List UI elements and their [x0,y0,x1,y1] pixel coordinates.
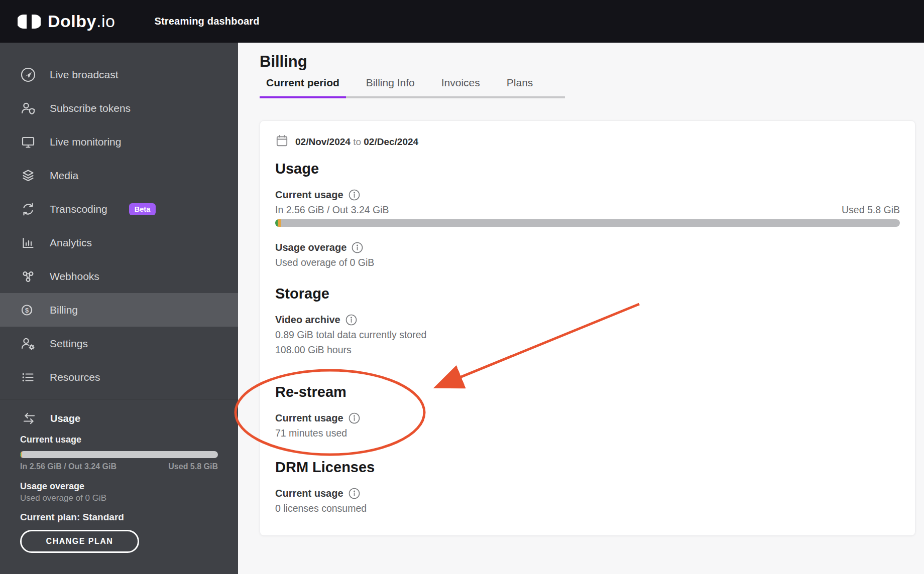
sidebar-item-subscribe-tokens[interactable]: Subscribe tokens [0,91,238,125]
transcode-icon [20,201,36,217]
info-icon[interactable] [349,189,360,201]
sidebar-overage-label: Usage overage [20,481,218,492]
sidebar-item-resources[interactable]: Resources [0,360,238,394]
sidebar-item-label: Settings [50,338,88,350]
current-plan-label: Current plan: Standard [20,512,218,523]
sidebar-item-label: Transcoding [50,203,107,215]
sidebar-usage-progressbar [20,451,218,458]
sidebar-item-live-broadcast[interactable]: Live broadcast [0,58,238,91]
sidebar-item-analytics[interactable]: Analytics [0,226,238,259]
user-gear-icon [20,336,36,352]
drm-section-heading: DRM Licenses [275,459,900,476]
usage-in-out-value: In 2.56 GiB / Out 3.24 GiB [275,204,389,216]
period-start: 02/Nov/2024 [295,136,351,147]
sidebar: Live broadcast Subscribe tokens Live mon… [0,43,238,574]
svg-text:$: $ [25,307,29,314]
sidebar-usage-panel: Usage Current usage In 2.56 GiB / Out 3.… [0,399,238,553]
main-content: Billing Current periodBilling InfoInvoic… [238,43,924,574]
restream-usage-value: 71 minutes used [275,427,900,439]
billing-tabs: Current periodBilling InfoInvoicesPlans [260,77,565,98]
usage-overage-label: Usage overage [275,242,346,253]
sidebar-item-webhooks[interactable]: Webhooks [0,259,238,293]
page-title: Billing [260,53,924,71]
tab-current-period[interactable]: Current period [260,77,346,98]
bar-chart-icon [20,235,36,251]
broadcast-icon [20,67,36,83]
storage-hours-value: 108.00 GiB hours [275,344,900,356]
current-usage-label: Current usage [275,189,343,201]
sidebar-item-transcoding[interactable]: Transcoding Beta [0,192,238,226]
beta-badge: Beta [129,203,156,215]
sidebar-in-out-value: In 2.56 GiB / Out 3.24 GiB [20,462,117,471]
tab-invoices[interactable]: Invoices [435,77,487,98]
dolby-logo-icon [18,14,41,29]
info-icon[interactable] [349,412,360,424]
storage-stored-value: 0.89 GiB total data currently stored [275,329,900,341]
sidebar-item-billing[interactable]: $ Billing [0,293,238,327]
sidebar-item-label: Webhooks [50,270,99,282]
sidebar-item-label: Live monitoring [50,136,121,148]
usage-section-heading: Usage [275,161,900,177]
restream-usage-label: Current usage [275,412,343,424]
usage-used-value: Used 5.8 GiB [842,204,900,216]
restream-section-heading: Re-stream [275,384,900,400]
info-icon[interactable] [345,314,357,326]
usage-progressbar [275,219,900,227]
sidebar-item-media[interactable]: Media [0,159,238,192]
calendar-icon [275,134,289,150]
swap-arrows-icon [21,410,37,426]
tab-plans[interactable]: Plans [500,77,540,98]
sidebar-current-usage-label: Current usage [20,435,218,445]
period-separator: to [353,136,361,147]
sidebar-item-label: Media [50,170,78,182]
sidebar-usage-title: Usage [50,413,80,424]
dolby-brand: Dolby.io [18,12,115,31]
sidebar-overage-value: Used overage of 0 GiB [20,493,218,503]
bar-segment-out [278,219,281,227]
tab-billing-info[interactable]: Billing Info [360,77,421,98]
usage-overage-value: Used overage of 0 GiB [275,257,900,268]
sidebar-item-label: Billing [50,304,78,316]
period-end: 02/Dec/2024 [364,136,418,147]
info-icon[interactable] [352,242,363,253]
webhook-icon [20,268,36,284]
sidebar-item-live-monitoring[interactable]: Live monitoring [0,125,238,159]
video-archive-label: Video archive [275,314,340,326]
sidebar-item-label: Subscribe tokens [50,102,131,114]
list-icon [20,369,36,385]
drm-usage-value: 0 licenses consumed [275,503,900,514]
user-shield-icon [20,100,36,116]
top-header: Dolby.io Streaming dashboard [0,0,924,43]
layers-icon [20,168,36,184]
sidebar-item-label: Live broadcast [50,69,119,81]
sidebar-item-settings[interactable]: Settings [0,327,238,360]
bar-segment-out [21,451,22,458]
billing-period-row: 02/Nov/2024 to 02/Dec/2024 [275,134,900,150]
brand-text: Dolby.io [48,12,115,31]
drm-usage-label: Current usage [275,488,343,499]
sidebar-item-label: Analytics [50,237,92,249]
billing-icon: $ [20,302,36,318]
app-title: Streaming dashboard [154,16,259,27]
sidebar-item-label: Resources [50,371,100,383]
monitor-icon [20,134,36,150]
info-icon[interactable] [349,488,360,499]
storage-section-heading: Storage [275,285,900,302]
change-plan-button[interactable]: CHANGE PLAN [20,530,139,553]
sidebar-used-value: Used 5.8 GiB [168,462,218,471]
billing-period-text: 02/Nov/2024 to 02/Dec/2024 [295,136,418,148]
billing-card: 02/Nov/2024 to 02/Dec/2024 Usage Current… [260,120,915,536]
sidebar-nav: Live broadcast Subscribe tokens Live mon… [0,58,238,394]
